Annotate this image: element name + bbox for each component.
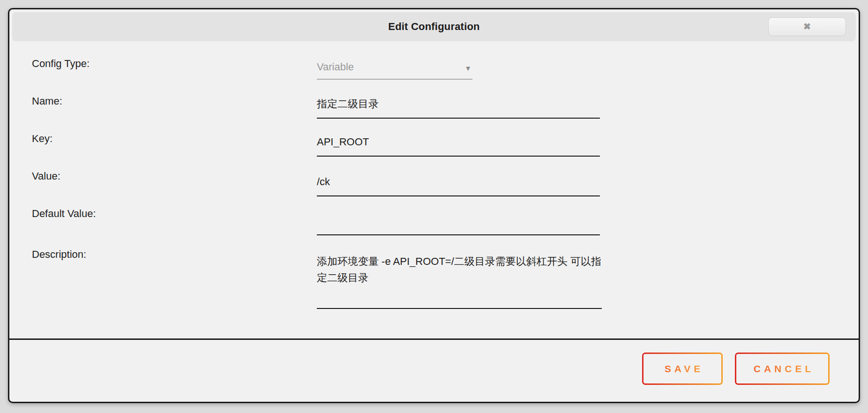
dialog-header: Edit Configuration ✖	[12, 12, 856, 41]
save-button[interactable]: SAVE	[642, 353, 723, 385]
description-field-wrapper: 添加环境变量 -e API_ROOT=/二级目录需要以斜杠开头 可以指定二级目录	[317, 249, 602, 309]
close-button[interactable]: ✖	[768, 17, 846, 36]
key-label: Key:	[32, 133, 52, 145]
default-value-label: Default Value:	[32, 208, 96, 220]
name-field-wrapper	[317, 94, 600, 119]
name-input[interactable]	[317, 94, 600, 118]
config-type-selected-value: Variable	[317, 61, 354, 73]
save-button-label: SAVE	[661, 363, 704, 375]
config-type-select[interactable]: Variable ▼	[317, 55, 472, 80]
default-value-input[interactable]	[317, 210, 600, 234]
name-label: Name:	[32, 95, 62, 107]
footer-divider	[8, 338, 860, 340]
value-label: Value:	[32, 170, 60, 182]
config-type-label: Config Type:	[32, 58, 90, 70]
page-background: { "dialog": { "title": "Edit Configurati…	[0, 0, 868, 413]
key-field-wrapper	[317, 132, 600, 157]
value-input[interactable]	[317, 172, 600, 195]
description-label: Description:	[32, 248, 86, 261]
cancel-button[interactable]: CANCEL	[735, 353, 830, 385]
description-textarea[interactable]: 添加环境变量 -e API_ROOT=/二级目录需要以斜杠开头 可以指定二级目录	[317, 249, 602, 308]
edit-configuration-dialog: Edit Configuration ✖ Config Type: Variab…	[8, 8, 860, 403]
cancel-button-label: CANCEL	[750, 363, 815, 375]
key-input[interactable]	[317, 132, 600, 156]
close-icon: ✖	[803, 22, 811, 31]
chevron-down-icon: ▼	[464, 64, 471, 72]
dialog-title: Edit Configuration	[12, 12, 856, 41]
value-field-wrapper	[317, 172, 600, 196]
default-value-field-wrapper	[317, 210, 600, 235]
